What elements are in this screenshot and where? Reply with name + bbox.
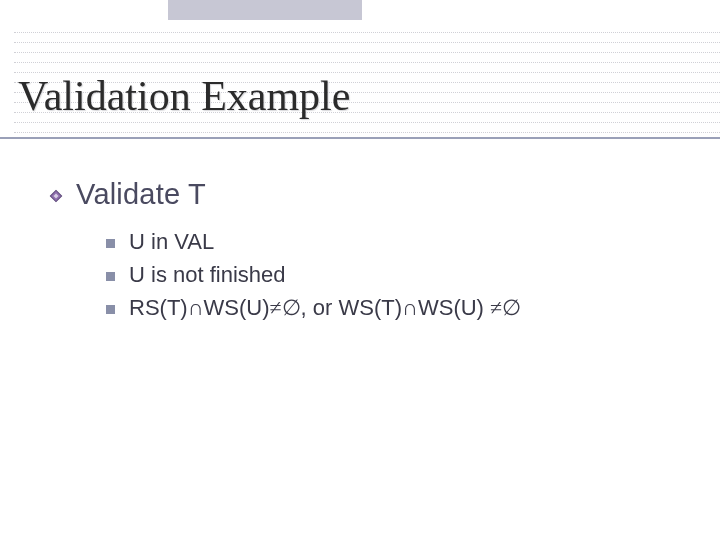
- bullet-lvl1: Validate T: [48, 178, 690, 211]
- square-bullet-icon: [106, 239, 115, 248]
- neq-empty-symbol: ≠∅: [270, 295, 301, 320]
- neq-empty-symbol: ≠∅: [490, 295, 521, 320]
- square-bullet-icon: [106, 272, 115, 281]
- math-mid2: WS(U): [418, 295, 490, 320]
- slide-title: Validation Example: [18, 72, 350, 120]
- sub-bullet: U is not finished: [106, 262, 690, 288]
- sub-bullet-text: U in VAL: [129, 229, 214, 255]
- sep-text: , or: [301, 295, 339, 320]
- bullet-text: Validate T: [76, 178, 206, 211]
- math-prefix: RS(T): [129, 295, 188, 320]
- square-bullet-icon: [106, 305, 115, 314]
- title-underline: [0, 137, 720, 139]
- diamond-bullet-icon: [48, 188, 64, 204]
- sub-bullet-text: U is not finished: [129, 262, 286, 288]
- sub-bullet: RS(T)∩WS(U)≠∅, or WS(T)∩WS(U) ≠∅: [106, 295, 690, 321]
- sub-bullet-text: RS(T)∩WS(U)≠∅, or WS(T)∩WS(U) ≠∅: [129, 295, 521, 321]
- math-prefix2: WS(T): [339, 295, 403, 320]
- sub-bullet-list: U in VAL U is not finished RS(T)∩WS(U)≠∅…: [106, 229, 690, 321]
- slide: Validation Example Validate T U in VAL U…: [0, 0, 720, 540]
- top-accent-bar: [168, 0, 362, 20]
- content-area: Validate T U in VAL U is not finished RS…: [48, 178, 690, 328]
- math-mid: WS(U): [204, 295, 270, 320]
- intersect-symbol: ∩: [188, 295, 204, 320]
- sub-bullet: U in VAL: [106, 229, 690, 255]
- intersect-symbol: ∩: [402, 295, 418, 320]
